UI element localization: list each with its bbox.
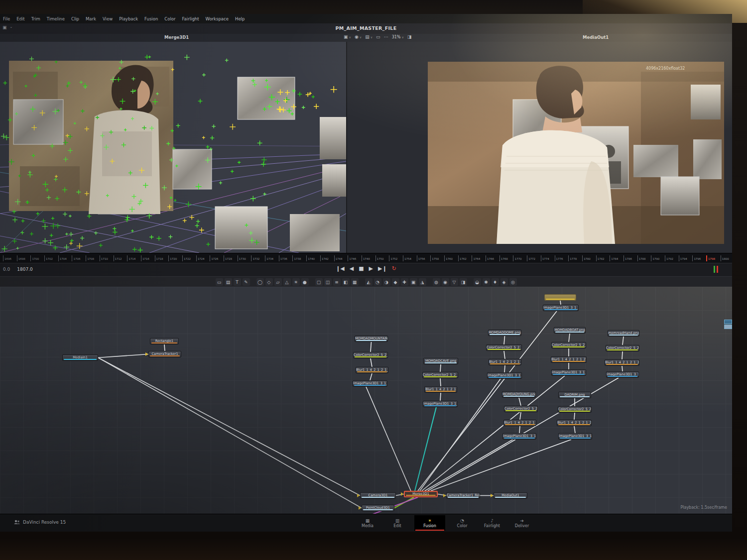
ruler-tick[interactable]: 1800 xyxy=(721,255,729,261)
ruler-tick[interactable]: 1786 xyxy=(623,255,632,261)
ruler-tick[interactable]: 1760 xyxy=(444,255,453,261)
guides-icon[interactable]: ◉∨ xyxy=(355,34,362,39)
fit-frame-icon[interactable]: ▭ xyxy=(376,34,380,39)
ruler-tick[interactable]: 1706 xyxy=(72,255,80,261)
node-blur1-1-4-2-1-2-1-2-1[interactable]: Blur1_1_4_2_1_2_1_2_1 xyxy=(503,420,536,426)
node-unlabeled[interactable] xyxy=(544,294,576,301)
media-out-tool-icon[interactable]: ▤ xyxy=(225,278,232,286)
play-button[interactable]: ▶ xyxy=(369,265,373,272)
ruler-tick[interactable]: 1744 xyxy=(334,255,343,261)
node-dadrim-png[interactable]: DADRIM.png xyxy=(558,392,591,398)
ruler-tick[interactable]: 1718 xyxy=(155,255,163,261)
node-momdadboat-png[interactable]: MOMDADBOAT.png xyxy=(554,327,586,334)
tracker-tool-icon[interactable]: ◍ xyxy=(433,278,440,286)
node-momdadmountain-png[interactable]: MOMDADMOUNTAIN.png xyxy=(355,336,388,342)
matte-control-tool-icon[interactable]: ◫ xyxy=(324,278,332,286)
background-tool-icon[interactable]: ● xyxy=(301,278,309,286)
ruler-tick[interactable]: 1746 xyxy=(348,255,356,261)
sharpen-tool-icon[interactable]: ◑ xyxy=(383,278,390,286)
ruler-tick[interactable]: 1780 xyxy=(582,255,591,261)
node-cameratracker1[interactable]: CameraTracker1 xyxy=(148,351,181,357)
skip-start-button[interactable]: ❙◀ xyxy=(336,265,345,272)
ruler-tick[interactable]: 1750 xyxy=(375,255,384,261)
step-back-button[interactable]: ◀ xyxy=(350,265,354,272)
ruler-tick[interactable]: 1752 xyxy=(389,255,397,261)
menu-fusion[interactable]: Fusion xyxy=(144,16,158,21)
node-blur1-1-4-2-1-2-1[interactable]: Blur1_1_4_2_1_2_1 xyxy=(424,386,457,393)
node-blur1-1-4-2-1-2-1-2-1-1[interactable]: Blur1_1_4_2_1_2_1_2_1_1 xyxy=(551,356,587,363)
image-plane-3d-tool-icon[interactable]: ◒ xyxy=(474,278,481,286)
skip-end-button[interactable]: ▶❙ xyxy=(378,265,387,272)
menu-mark[interactable]: Mark xyxy=(86,16,96,21)
page-tab-fusion[interactable]: ✶Fusion xyxy=(414,515,445,531)
paint-tool-icon[interactable]: ✎ xyxy=(243,278,250,286)
time-ruler[interactable]: 1696169817001702170417061708171017121714… xyxy=(0,253,732,263)
right-viewer-output[interactable]: ✚ ↻ xyxy=(346,42,732,253)
ellipse-mask-tool-icon[interactable]: ◯ xyxy=(256,278,264,286)
node-momdadyoung-png[interactable]: MOMDADYOUNG.png xyxy=(502,391,536,398)
shape-3d-tool-icon[interactable]: ✱ xyxy=(483,278,490,286)
camera-3d-tool-icon[interactable]: ◈ xyxy=(500,278,508,286)
dve-tool-icon[interactable]: ✚ xyxy=(401,278,408,286)
more-options-icon[interactable]: ⋯ xyxy=(384,34,388,39)
node-mediain1[interactable]: MediaIn1 xyxy=(62,354,98,361)
stop-button[interactable]: ■ xyxy=(359,265,364,272)
view-mode-icon[interactable]: ▣∨ xyxy=(344,34,351,39)
rectangle-mask-tool-icon[interactable]: ▢ xyxy=(315,278,323,286)
node-momreadhand-png[interactable]: momreadHand.png xyxy=(608,330,639,336)
ruler-tick[interactable]: 1742 xyxy=(320,255,329,261)
node-blur1-1-4-2-1-2-1-2[interactable]: Blur1_1_4_2_1_2_1_2 xyxy=(489,359,521,365)
ruler-tick[interactable]: 1796 xyxy=(692,255,701,261)
ruler-tick[interactable]: 1788 xyxy=(637,255,646,261)
node-colorcorrector2-5-2-1-2-[interactable]: ColorCorrector2_5_2_1_2... xyxy=(486,344,522,351)
node-colorcorrector2-5-2-1-2-[interactable]: ColorCorrector2_5_2_1_2... xyxy=(504,406,538,412)
ruler-tick[interactable]: 1704 xyxy=(58,255,67,261)
ruler-tick[interactable]: 1730 xyxy=(238,255,246,261)
ruler-tick[interactable]: 1728 xyxy=(224,255,232,261)
node-imageplane3d1-3-1-2-[interactable]: ImagePlane3D1_3_1_2... xyxy=(487,372,522,379)
ruler-tick[interactable]: 1774 xyxy=(541,255,549,261)
ruler-tick[interactable]: 1758 xyxy=(430,255,439,261)
merge-3d-tool-icon[interactable]: ♦ xyxy=(492,278,499,286)
node-editor[interactable]: Playback: 1.5sec/frame MediaIn1Rectangle… xyxy=(0,287,732,514)
page-tab-deliver[interactable]: ➔Deliver xyxy=(509,515,535,531)
panel-toggle-button-2[interactable] xyxy=(724,325,732,329)
playhead-frame[interactable]: 1798 xyxy=(706,255,715,261)
ruler-tick[interactable]: 1720 xyxy=(168,255,177,261)
menu-timeline[interactable]: Timeline xyxy=(47,16,65,21)
ruler-tick[interactable]: 1696 xyxy=(3,255,11,261)
ruler-tick[interactable]: 1762 xyxy=(458,255,467,261)
ruler-tick[interactable]: 1700 xyxy=(30,255,39,261)
ruler-tick[interactable]: 1776 xyxy=(555,255,563,261)
ruler-tick[interactable]: 1784 xyxy=(610,255,618,261)
node-imageplane3d1-3-1-2-[interactable]: ImagePlane3D1_3_1_2... xyxy=(551,369,586,376)
ruler-tick[interactable]: 1732 xyxy=(251,255,259,261)
panel-toggle-button[interactable] xyxy=(724,320,732,324)
loop-button[interactable]: ↻ xyxy=(392,265,396,272)
ruler-tick[interactable]: 1712 xyxy=(114,255,122,261)
page-tab-edit[interactable]: ▥Edit xyxy=(384,515,410,531)
renderer-3d-tool-icon[interactable]: ◎ xyxy=(509,278,517,286)
node-colorcorrector2-5-2-1-2-1[interactable]: ColorCorrector2_5_2_1_2_1 xyxy=(422,372,458,378)
node-imageplane3d1-3-1-2-[interactable]: ImagePlane3D1_3_1_2... xyxy=(543,305,579,311)
node-pointcloud3d1[interactable]: PointCloud3D1 xyxy=(362,505,394,511)
ruler-tick[interactable]: 1716 xyxy=(141,255,149,261)
node-rectangle1[interactable]: Rectangle1 xyxy=(150,338,179,344)
ruler-tick[interactable]: 1768 xyxy=(499,255,508,261)
node-cameratracker1-renderer[interactable]: CameraTracker1_Renderer xyxy=(446,492,480,499)
menu-file[interactable]: File xyxy=(3,16,10,21)
node-colorcorrector2-5-2-1-2-[interactable]: ColorCorrector2_5_2_1_2... xyxy=(551,342,586,348)
ruler-tick[interactable]: 1792 xyxy=(665,255,673,261)
text-tool-icon[interactable]: T xyxy=(234,278,241,286)
grid-icon[interactable]: ▤∨ xyxy=(365,34,373,39)
ruler-tick[interactable]: 1708 xyxy=(86,255,94,261)
polygon-mask-tool-icon[interactable]: ◇ xyxy=(265,278,273,286)
menu-color[interactable]: Color xyxy=(164,16,175,21)
ruler-tick[interactable]: 1766 xyxy=(486,255,494,261)
ruler-tick[interactable]: 1782 xyxy=(596,255,605,261)
node-imageplane3d1-3-1-2-[interactable]: ImagePlane3D1_3_1_2... xyxy=(502,433,536,440)
ruler-tick[interactable]: 1698 xyxy=(17,255,25,261)
menu-workspace[interactable]: Workspace xyxy=(206,16,229,21)
menu-help[interactable]: Help xyxy=(235,16,245,21)
ruler-tick[interactable]: 1794 xyxy=(679,255,687,261)
